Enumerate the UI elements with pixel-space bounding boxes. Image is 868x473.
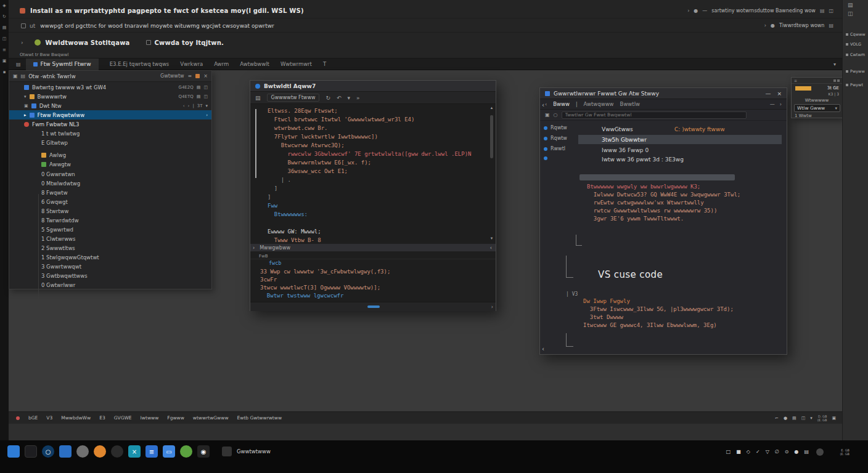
taskbar-clock[interactable]: E. GB (E. GB bbox=[840, 448, 850, 456]
taskbar-app[interactable] bbox=[94, 445, 106, 458]
window-titlebar[interactable]: Gwwrwtlwrwwr Fwwwt Gw Atw Stwwy — × bbox=[540, 88, 787, 99]
solution-item[interactable]: 8 Fwqwtw bbox=[9, 188, 211, 197]
tab-item[interactable]: Vwrkwra bbox=[180, 61, 203, 67]
status-icon[interactable]: ◫ bbox=[801, 416, 806, 421]
tray-icon[interactable]: ● bbox=[794, 449, 798, 455]
solution-item[interactable]: 8 Twrwrdwtdw bbox=[9, 216, 211, 225]
close-icon[interactable]: × bbox=[777, 91, 782, 97]
solution-item[interactable]: 0 Mtwlwdwtwg bbox=[9, 179, 211, 188]
tray-icon[interactable]: □ bbox=[726, 449, 731, 455]
docked-tab[interactable]: Pwyww bbox=[846, 69, 865, 74]
status-icon[interactable]: ● bbox=[784, 416, 787, 421]
rail-icon[interactable]: ▣ bbox=[2, 59, 7, 63]
solution-row[interactable]: Fwm Fwbwtw NL3 bbox=[9, 119, 211, 129]
code-area-2[interactable]: 33 Wwp cw lwwwtw '3w_cFwbwtwlwgwy(,f3); … bbox=[260, 268, 487, 300]
grid-icon[interactable]: ▣ bbox=[545, 112, 550, 118]
dropdown[interactable]: Wtlw Gwww ▾ bbox=[794, 104, 840, 112]
solution-item[interactable]: Awwgtw bbox=[9, 160, 211, 169]
chevron-right-icon[interactable]: › bbox=[687, 8, 689, 14]
tray-icon[interactable]: ✓ bbox=[756, 449, 760, 455]
dash-icon[interactable]: — bbox=[770, 102, 775, 107]
tab-item[interactable]: E3.E.Ej tqwrtwq twqws bbox=[110, 61, 170, 67]
tray-icon[interactable]: ▽ bbox=[766, 449, 769, 455]
chevron-left-icon[interactable]: ‹ bbox=[542, 346, 544, 352]
tab-item[interactable]: Wwtwrmwrt bbox=[280, 61, 312, 67]
context-dropdown[interactable]: Gwwwwtw Ftwww bbox=[267, 94, 320, 102]
row-action-icon[interactable]: ▤ bbox=[197, 94, 201, 99]
solution-item[interactable]: 0 Gwwrwtwn bbox=[9, 169, 211, 179]
notification-row-3[interactable]: › Wwldtwowa Stotltqawa Cwwda toy Itqjtwn… bbox=[9, 34, 842, 51]
chevron-down-icon[interactable]: ▾ bbox=[348, 95, 351, 101]
rail-icon[interactable]: ▤ bbox=[2, 25, 7, 30]
chevron-down-icon[interactable]: ▾ bbox=[205, 103, 208, 108]
solution-row[interactable]: ▾ Bwwwwrtw Q4ETQ▤◫ bbox=[9, 92, 211, 101]
solution-item[interactable]: 8 Stwrtww bbox=[9, 206, 211, 216]
grid-icon[interactable]: ▣ bbox=[832, 416, 836, 421]
chevron-right-icon[interactable]: › bbox=[253, 245, 255, 251]
vertical-scrollbar[interactable]: ▴ ▾ bbox=[489, 105, 494, 243]
solution-item[interactable]: 3 Gwwrtwwqwt bbox=[9, 262, 211, 271]
scrollbar-thumb[interactable] bbox=[367, 305, 380, 308]
rail-icon[interactable]: ≡ bbox=[2, 47, 6, 52]
docked-panel-icon[interactable]: ◫ bbox=[848, 10, 868, 17]
chevron-down-icon[interactable]: ▾ bbox=[833, 62, 836, 67]
solution-item[interactable]: E Gltwtwp bbox=[9, 138, 211, 147]
status-item[interactable]: V3 bbox=[46, 415, 52, 421]
checkbox-icon[interactable] bbox=[146, 40, 151, 45]
panel-icon[interactable]: ▤ bbox=[829, 23, 833, 28]
status-icon[interactable]: ▤ bbox=[792, 416, 796, 421]
row-action-icon[interactable]: ▤ bbox=[197, 85, 201, 90]
status-item[interactable]: bGE bbox=[28, 415, 38, 421]
rail-icon[interactable]: ▪ bbox=[3, 70, 6, 75]
tabstrip-icon[interactable]: ▤ bbox=[16, 62, 21, 67]
refresh-icon[interactable]: ↻ bbox=[326, 95, 330, 101]
solution-row[interactable]: Bwtwrtg twwww w3 wt GW4 G4E2Q▤◫ bbox=[9, 83, 211, 92]
chevron-right-icon[interactable]: › bbox=[764, 23, 766, 28]
chevron-left-icon[interactable]: ‹ bbox=[545, 102, 547, 107]
side-item[interactable]: Rwwtl bbox=[544, 146, 567, 152]
tab-item[interactable]: T bbox=[323, 61, 326, 67]
solution-row-selected[interactable]: ▸ Ftww Rwqwtwlww › bbox=[9, 110, 211, 119]
tray-icon[interactable]: ⊙ bbox=[785, 449, 789, 455]
docked-tab[interactable]: VOLG bbox=[846, 42, 861, 47]
panel-header[interactable]: ▣ ▤ Otw -wtnk Twwrlw Gwtwwtw ≡ × bbox=[9, 71, 211, 82]
scroll-up-icon[interactable]: ▴ bbox=[489, 105, 494, 110]
status-item[interactable]: Ewtb Gwtwwrwtww bbox=[237, 415, 282, 421]
pinned-app[interactable]: Gwwtwtwww bbox=[222, 447, 271, 456]
status-icon[interactable]: ▾ bbox=[810, 416, 813, 421]
solution-item[interactable]: 3 Gwtbwqwttwws bbox=[9, 271, 211, 280]
panel-icon[interactable]: ◫ bbox=[829, 8, 833, 14]
solution-item[interactable]: 1 StwlgwqwwGtqwtwt bbox=[9, 253, 211, 262]
tab-active[interactable]: Ftw Sywmtl Ftwrw bbox=[26, 59, 99, 70]
taskbar-app[interactable] bbox=[180, 445, 192, 458]
window-titlebar[interactable]: Bwtwldtl Aqww7 bbox=[250, 81, 496, 92]
taskbar-app-camera[interactable]: ◉ bbox=[197, 445, 210, 458]
chevron-right-icon[interactable]: › bbox=[491, 304, 493, 310]
tab-item[interactable]: Bwww bbox=[553, 101, 570, 107]
tray-icon[interactable]: ■ bbox=[736, 449, 741, 455]
solution-row[interactable]: ▣ Dwt Ntw ‹›|3T▾ bbox=[9, 101, 211, 110]
menu-icon[interactable]: ≡ bbox=[188, 73, 192, 79]
solution-item[interactable]: 6 Gwqwgt bbox=[9, 197, 211, 206]
solution-item[interactable]: 5 Sgwwrtwd bbox=[9, 225, 211, 234]
tab-item[interactable]: Awrm bbox=[214, 61, 229, 67]
value-input[interactable] bbox=[579, 174, 735, 180]
solution-item[interactable]: 0 Gwtwrlwwr bbox=[9, 280, 211, 289]
status-icon[interactable]: ⌐ bbox=[775, 416, 779, 421]
taskbar-app[interactable] bbox=[76, 445, 89, 458]
more-icon[interactable]: » bbox=[356, 95, 360, 101]
docked-tab[interactable]: Cwtwm bbox=[846, 52, 865, 57]
chevron-left-icon[interactable]: ‹ bbox=[490, 245, 492, 251]
solution-item[interactable]: 1 t wt twlwtwg bbox=[9, 129, 211, 138]
chevron-down-icon[interactable]: ▾ bbox=[24, 94, 27, 99]
checkbox-icon[interactable] bbox=[21, 23, 26, 28]
solution-item[interactable]: Awlwg bbox=[9, 150, 211, 160]
status-item[interactable]: MwwbdwWw bbox=[61, 415, 91, 421]
taskbar-app[interactable] bbox=[7, 445, 20, 458]
taskbar-app[interactable]: × bbox=[128, 445, 141, 458]
tab-item[interactable]: Bwwtlw bbox=[620, 101, 640, 107]
tab-item[interactable]: Awtwqwww bbox=[584, 101, 614, 107]
taskbar-app[interactable] bbox=[25, 445, 37, 458]
triangle-right-icon[interactable]: ▸ bbox=[24, 113, 27, 118]
chevron-left-icon[interactable]: ‹ bbox=[542, 102, 544, 108]
